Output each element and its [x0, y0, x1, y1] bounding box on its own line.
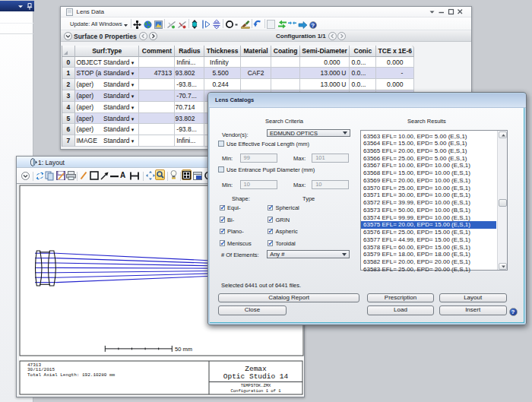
- svg-text:50 mm: 50 mm: [175, 346, 192, 353]
- svg-text:Total Axial Length: 192.10280: Total Axial Length: 192.10280 mm: [27, 372, 116, 377]
- svg-text:TEMPSTOK.ZMX: TEMPSTOK.ZMX: [240, 382, 271, 388]
- svg-text:Configuration 1 of 1: Configuration 1 of 1: [230, 388, 281, 393]
- svg-text:Optic Studio 14: Optic Studio 14: [223, 372, 288, 380]
